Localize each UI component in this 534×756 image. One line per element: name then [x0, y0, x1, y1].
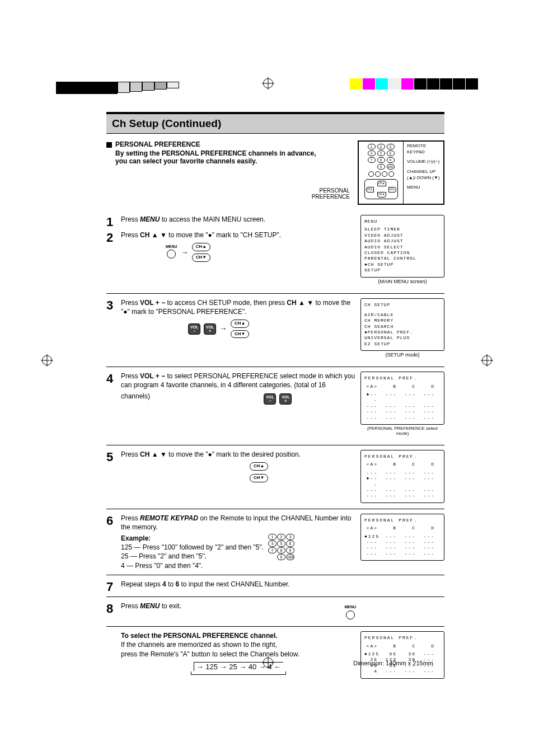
- step-text: Press MENU to access the MAIN MENU scree…: [121, 215, 356, 229]
- menu-button-icon: [167, 250, 176, 259]
- step-text: Press REMOTE KEYPAD on the Remote to inp…: [121, 514, 356, 570]
- osd-pref-input: PERSONAL PREF. <A>BCD ●125--------- ----…: [360, 514, 444, 561]
- arrow-right-icon: →: [219, 323, 227, 334]
- callout-label: PERSONALPREFERENCE: [106, 187, 350, 200]
- ch-down-button-icon: CH▼: [250, 474, 268, 482]
- page-content: Ch Setup (Continued) PERSONAL PREFERENCE…: [106, 112, 444, 684]
- step-number: 6: [106, 514, 116, 528]
- registration-mark-icon: [482, 355, 492, 365]
- page-title: Ch Setup (Continued): [106, 114, 444, 134]
- ch-up-button-icon: CH▲: [250, 462, 268, 471]
- arrow-right-icon: →: [181, 247, 189, 258]
- registration-mark-icon: [42, 355, 52, 365]
- remote-volume-label: VOLUME (+)/(−): [407, 158, 442, 165]
- remote-keypad-label: REMOTE KEYPAD: [407, 143, 442, 155]
- channel-cycle-diagram: → 125 → 25 → 40 → 4 ←: [121, 662, 356, 675]
- ch-down-button-icon: CH▼: [192, 253, 210, 262]
- section-heading: PERSONAL PREFERENCE: [115, 140, 200, 148]
- step-number: 5: [106, 450, 116, 464]
- nav-pad-icon: CH▲CH▼ VOLVOL: [364, 179, 398, 199]
- step-number: 4: [106, 372, 116, 386]
- osd-caption: (SETUP mode): [360, 352, 444, 358]
- section-description: By setting the PERSONAL PREFERENCE chann…: [115, 149, 317, 165]
- registration-color-bar: [350, 78, 478, 90]
- footer-dimension: Dimension: 140mm x 215mm: [353, 660, 433, 666]
- osd-pref-final: PERSONAL PREF. <A>BCD ●1258538--- 251233…: [360, 631, 444, 678]
- vol-minus-button-icon: VOL −: [188, 323, 200, 335]
- osd-caption: (PERSONAL PREFERENCE select mode): [360, 426, 444, 436]
- select-section: To select the PERSONAL PREFERENCE channe…: [121, 631, 356, 675]
- ch-up-button-icon: CH▲: [192, 243, 210, 251]
- ch-up-button-icon: CH▲: [231, 320, 249, 328]
- step-number: 2: [106, 231, 116, 262]
- osd-caption: (MAIN MENU screen): [360, 279, 444, 284]
- vol-plus-button-icon: VOL +: [279, 393, 292, 405]
- bullet-icon: [106, 142, 112, 148]
- vol-minus-button-icon: VOL −: [264, 393, 276, 405]
- step-number: 3: [106, 298, 116, 313]
- step-number: 1: [106, 215, 116, 229]
- keypad-icon: 123 456 789 0100: [268, 534, 294, 561]
- step-number: 7: [106, 580, 116, 594]
- step-text: Repeat steps 4 to 6 to input the next CH…: [121, 580, 356, 589]
- vol-plus-button-icon: VOL +: [204, 323, 216, 335]
- osd-setup: CH SETUP AIR/CABLECH MEMORY CH SEARCH●PE…: [360, 298, 444, 351]
- osd-pref-pos: PERSONAL PREF. <A>BCD ------------ ●----…: [360, 450, 444, 503]
- registration-blocks-left: [56, 77, 179, 94]
- remote-diagram: 123 456 789 0100 CH▲CH▼ VOLVOL REMOTE KE…: [358, 140, 444, 205]
- step-text: Press CH ▲ ▼ to move the "●" mark to "CH…: [121, 231, 356, 262]
- step-text: Press MENU to exit. MENU: [121, 602, 356, 622]
- step-text: Press VOL + − to access CH SETUP mode, t…: [121, 298, 356, 339]
- remote-channel-label: CHANNEL UP (▲)/ DOWN (▼): [407, 168, 442, 181]
- osd-main-menu: MENU SLEEP TIMERVIDEO ADJUST AUDIO ADJUS…: [360, 215, 444, 278]
- menu-button-icon: [346, 611, 355, 619]
- ch-down-button-icon: CH▼: [231, 330, 249, 339]
- step-number: 8: [106, 602, 116, 616]
- osd-pref-select: PERSONAL PREF. <A>BCD ●------------ ----…: [360, 372, 444, 425]
- step-text: Press VOL + − to select PERSONAL PREFERE…: [121, 372, 356, 404]
- registration-mark-icon: [263, 78, 273, 88]
- remote-menu-label: MENU: [407, 184, 442, 190]
- step-text: Press CH ▲ ▼ to move the "●" mark to the…: [121, 450, 356, 482]
